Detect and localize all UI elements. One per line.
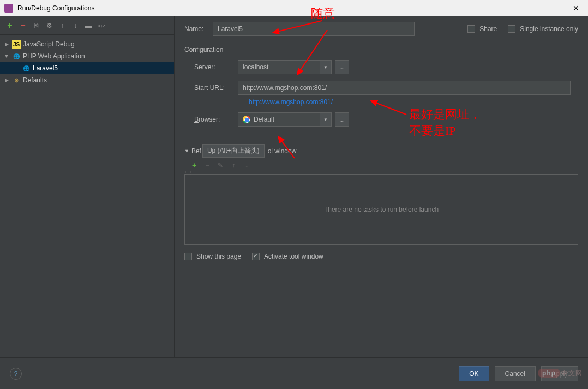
single-instance-checkbox[interactable]: Single instance only (508, 25, 578, 33)
tree-label: PHP Web Application (23, 52, 85, 60)
show-this-page-label: Show this page (196, 253, 241, 260)
start-url-link[interactable]: http://www.mgshop.com:801/ (249, 98, 578, 106)
start-url-label: Start URL: (194, 84, 238, 92)
tree-item-javascript-debug[interactable]: ▶ JS JavaScript Debug (0, 38, 174, 50)
remove-task-button: − (203, 161, 212, 170)
before-launch-prefix: Bef (191, 147, 201, 155)
sort-button[interactable]: a↓z (97, 21, 106, 30)
dropdown-icon[interactable]: ▼ (320, 60, 332, 74)
before-launch-header[interactable]: ▼ Bef Up (Alt+向上箭头) ol window (184, 144, 578, 158)
server-browse-button[interactable]: ... (335, 60, 349, 74)
dialog-footer: ? OK Cancel Apply (0, 357, 588, 389)
add-config-button[interactable]: + (5, 21, 14, 30)
tasks-list: ⋮⋮ There are no tasks to run before laun… (184, 174, 578, 245)
checkbox-icon (467, 25, 475, 33)
watermark-brand: php (538, 369, 560, 378)
remove-config-button[interactable]: − (19, 21, 27, 30)
server-label: Server: (194, 63, 238, 71)
copy-config-button[interactable]: ⎘ (32, 21, 40, 30)
settings-button[interactable]: ⚙ (45, 21, 53, 30)
dropdown-icon[interactable]: ▼ (320, 112, 332, 127)
down-task-button: ↓ (242, 161, 251, 170)
tree-label: Laravel5 (33, 64, 58, 72)
config-tree: ▶ JS JavaScript Debug ▼ 🌐 PHP Web Applic… (0, 37, 174, 87)
help-button[interactable]: ? (10, 368, 22, 380)
expand-icon[interactable]: ▶ (3, 77, 10, 83)
title-bar: Run/Debug Configurations ✕ (0, 0, 588, 16)
share-checkbox[interactable]: Share (467, 25, 497, 33)
browser-label: Browser: (194, 116, 238, 123)
browser-value: Default (254, 116, 274, 123)
before-launch-toolbar: + − ✎ ↑ ↓ (184, 158, 578, 173)
share-label: Share (479, 25, 497, 33)
browser-browse-button[interactable]: ... (335, 112, 349, 127)
configuration-section-label: Configuration (184, 46, 578, 53)
up-task-button: ↑ (229, 161, 238, 170)
add-task-button[interactable]: + (190, 161, 199, 170)
grip-icon[interactable]: ⋮⋮ (183, 170, 193, 175)
watermark-suffix: 中文网 (561, 369, 583, 377)
expand-icon[interactable]: ▶ (3, 41, 10, 47)
window-title: Run/Debug Configurations (17, 4, 568, 12)
cancel-button[interactable]: Cancel (495, 366, 536, 381)
activate-tool-window-label: Activate tool window (264, 253, 323, 260)
start-url-input[interactable] (238, 81, 571, 95)
name-label: Name: (184, 25, 213, 33)
checkbox-icon (184, 253, 192, 260)
tree-label: Defaults (23, 76, 47, 84)
checkbox-icon (508, 25, 515, 33)
watermark: php中文网 (538, 368, 583, 378)
checkbox-checked-icon (252, 253, 260, 260)
tree-item-laravel5[interactable]: 🌐 Laravel5 (0, 62, 174, 74)
server-combo[interactable] (238, 60, 320, 74)
move-down-button[interactable]: ↓ (71, 21, 80, 30)
tooltip: Up (Alt+向上箭头) (202, 144, 265, 158)
edit-task-button: ✎ (216, 161, 225, 170)
close-icon[interactable]: ✕ (568, 4, 584, 13)
defaults-icon: ⚙ (12, 76, 21, 85)
ok-button[interactable]: OK (459, 366, 489, 381)
show-this-page-checkbox[interactable]: Show this page (184, 253, 241, 260)
app-icon (4, 4, 13, 13)
collapse-icon: ▼ (184, 148, 189, 154)
chrome-icon (243, 116, 250, 123)
php-web-icon: 🌐 (22, 64, 31, 73)
tree-item-php-web-application[interactable]: ▼ 🌐 PHP Web Application (0, 50, 174, 62)
config-panel: Name: Share Single instance only Configu… (175, 16, 588, 357)
before-launch-section: ▼ Bef Up (Alt+向上箭头) ol window + − ✎ ↑ ↓ … (184, 144, 578, 260)
tree-item-defaults[interactable]: ▶ ⚙ Defaults (0, 74, 174, 86)
folder-button[interactable]: ▬ (84, 21, 93, 30)
sidebar: + − ⎘ ⚙ ↑ ↓ ▬ a↓z ▶ JS JavaScript Debug … (0, 16, 175, 357)
js-icon: JS (12, 40, 21, 49)
sidebar-toolbar: + − ⎘ ⚙ ↑ ↓ ▬ a↓z (0, 19, 174, 35)
empty-tasks-label: There are no tasks to run before launch (324, 206, 439, 213)
tree-label: JavaScript Debug (23, 40, 75, 48)
activate-tool-window-checkbox[interactable]: Activate tool window (252, 253, 323, 260)
php-web-icon: 🌐 (12, 52, 21, 61)
collapse-icon[interactable]: ▼ (3, 53, 10, 59)
name-input[interactable] (213, 22, 415, 36)
before-launch-suffix: ol window (268, 147, 297, 155)
browser-combo[interactable]: Default (238, 112, 320, 127)
move-up-button[interactable]: ↑ (58, 21, 67, 30)
single-instance-label: Single instance only (520, 25, 578, 33)
